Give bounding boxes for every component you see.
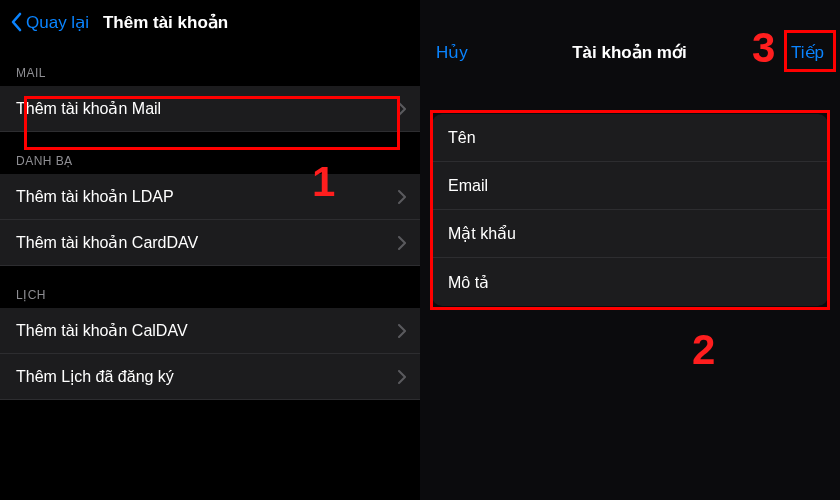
new-account-form: Tên Email Mật khẩu Mô tả (432, 114, 828, 306)
row-label: Thêm tài khoản CalDAV (16, 321, 188, 340)
row-label: Thêm Lịch đã đăng ký (16, 367, 174, 386)
field-description[interactable]: Mô tả (432, 258, 828, 306)
row-label: Thêm tài khoản Mail (16, 99, 161, 118)
row-label: Thêm tài khoản LDAP (16, 187, 174, 206)
row-add-subscribed-calendar[interactable]: Thêm Lịch đã đăng ký (0, 354, 420, 400)
field-label: Email (448, 177, 488, 195)
row-add-caldav-account[interactable]: Thêm tài khoản CalDAV (0, 308, 420, 354)
row-add-ldap-account[interactable]: Thêm tài khoản LDAP (0, 174, 420, 220)
chevron-right-icon (398, 102, 406, 116)
annotation-step-number: 2 (692, 326, 715, 374)
new-account-form-screen: Hủy Tài khoản mới Tiếp Tên Email Mật khẩ… (420, 0, 840, 500)
annotation-step-number: 3 (752, 24, 775, 72)
add-account-settings-screen: Quay lại Thêm tài khoản MAIL Thêm tài kh… (0, 0, 420, 500)
row-label: Thêm tài khoản CardDAV (16, 233, 198, 252)
next-button[interactable]: Tiếp (791, 42, 824, 63)
field-label: Mật khẩu (448, 224, 516, 243)
field-label: Tên (448, 129, 476, 147)
chevron-left-icon (10, 12, 22, 32)
row-add-mail-account[interactable]: Thêm tài khoản Mail (0, 86, 420, 132)
chevron-right-icon (398, 190, 406, 204)
section-header-contacts: DANH BẠ (0, 132, 420, 174)
page-title: Tài khoản mới (572, 42, 686, 63)
field-name[interactable]: Tên (432, 114, 828, 162)
back-button[interactable]: Quay lại (10, 12, 89, 33)
field-email[interactable]: Email (432, 162, 828, 210)
field-label: Mô tả (448, 273, 489, 292)
field-password[interactable]: Mật khẩu (432, 210, 828, 258)
chevron-right-icon (398, 370, 406, 384)
row-add-carddav-account[interactable]: Thêm tài khoản CardDAV (0, 220, 420, 266)
nav-bar: Quay lại Thêm tài khoản (0, 0, 420, 44)
chevron-right-icon (398, 324, 406, 338)
back-label: Quay lại (26, 12, 89, 33)
annotation-step-number: 1 (312, 158, 335, 206)
nav-bar: Hủy Tài khoản mới Tiếp (420, 24, 840, 80)
page-title: Thêm tài khoản (103, 12, 228, 33)
section-header-calendar: LỊCH (0, 266, 420, 308)
chevron-right-icon (398, 236, 406, 250)
section-header-mail: MAIL (0, 44, 420, 86)
cancel-button[interactable]: Hủy (436, 42, 468, 63)
